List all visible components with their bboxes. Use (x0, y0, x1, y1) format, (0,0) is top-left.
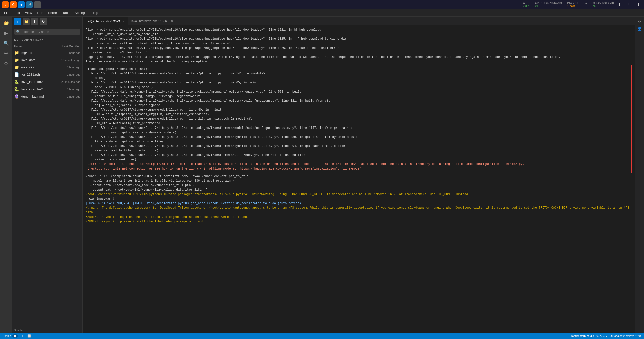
tab-terminal[interactable]: root@intern-studio-50079 ✕ (83, 17, 128, 26)
gpu-value: 0% (535, 4, 539, 7)
storage-label: 显存 0 / 40950 MiB (593, 1, 614, 5)
refresh-button[interactable]: ↻ (40, 18, 47, 25)
traceback-line: File "/root/xtuner0117/xtuner/xtuner/too… (88, 71, 630, 76)
output-line: Warning: The default cache directory for… (86, 206, 632, 215)
file-item[interactable]: 📁 work_dirs 1 hour ago (12, 64, 82, 71)
right-settings-icon[interactable]: ⚙ (636, 18, 643, 25)
breadcrumb-path[interactable]: ▶ / ... / xtuner / llava / (14, 38, 43, 42)
traceback-line: final_module = get_cached_module_file( (88, 139, 630, 144)
exception-message: The above exception was the direct cause… (86, 59, 632, 64)
tab-add-button[interactable]: + (176, 17, 184, 26)
file-name: xtuner_llava.md (21, 95, 48, 98)
right-user-icon[interactable]: 👤 (636, 25, 643, 32)
search-icon: 🔍 (16, 30, 20, 34)
file-icon: 📁 (14, 50, 19, 55)
conda-icon[interactable]: C (10, 1, 17, 8)
status-right-text: root@intern-studio-50079077: ~/tutorial/… (571, 334, 641, 338)
storage-value: 0% (593, 5, 597, 8)
traceback-line: main() (88, 76, 630, 80)
new-file-button[interactable]: + (14, 18, 21, 25)
tabs-bar: root@intern-studio-50079 ✕ llava_internl… (83, 17, 635, 26)
output-line: xtuner0.1.17 root@intern-studio-50079:~/… (86, 174, 632, 179)
activity-files-icon[interactable]: 📁 (2, 19, 11, 28)
menu-file[interactable]: File (2, 10, 11, 15)
mem-value: 1.88% (567, 5, 575, 8)
output-line: raise LocalEntryNotFoundError( (86, 50, 632, 55)
file-item[interactable]: 🔮 xtuner_llava.md 1 hour ago (12, 93, 82, 100)
file-modified: 1 hour ago (48, 95, 80, 98)
menu-kernel[interactable]: Kernel (46, 10, 60, 15)
file-modified: 10 minutes ago (48, 59, 80, 62)
sidebar-toolbar: + 📁 ⬆ ↻ (12, 17, 82, 27)
open-folder-button[interactable]: 📁 (23, 18, 30, 25)
tab-terminal-label: root@intern-studio-50079 (86, 20, 120, 23)
error-icon: ⬜ (27, 334, 31, 338)
output-scroll[interactable]: File "/root/.conda/envs/xtuner0.1.17/lib… (83, 26, 635, 333)
tab-notebook[interactable]: llava_internlm2_chat_1_8b_ ✕ (128, 17, 176, 26)
sidebar: + 📁 ⬆ ↻ 🔍 ▶ / ... / xtuner / llava / Nam… (12, 17, 83, 333)
output-line: WARNING async_io requires the dev libaio… (86, 215, 632, 219)
file-name: img4md (21, 51, 48, 55)
activity-git-icon[interactable]: ⚯ (2, 49, 11, 58)
file-icon: 🐍 (14, 87, 19, 92)
menu-tabs[interactable]: Tabs (61, 10, 71, 15)
activity-run-icon[interactable]: ▶ (2, 29, 11, 38)
file-item[interactable]: 📁 img4md 1 hour ago (12, 49, 82, 56)
storage-stat: 显存 0 / 40950 MiB 0% (593, 1, 614, 8)
traceback-line: Traceback (most recent call last): (88, 67, 630, 71)
vscode-icon[interactable]: ◈ (18, 1, 25, 8)
git-icon[interactable]: ⎇ (26, 1, 33, 8)
output-line: File "/root/.conda/envs/xtuner0.1.17/lib… (86, 46, 632, 50)
jupyter-icon[interactable]: ○ (2, 1, 9, 8)
circle-icon[interactable]: ◌ (34, 1, 41, 8)
upload-button[interactable]: ⬆ (31, 18, 38, 25)
menu-view[interactable]: View (23, 10, 34, 15)
upload-icon[interactable]: ⬆ (616, 1, 623, 8)
file-items-container: 📁 img4md 1 hour ago 📁 llava_data 10 minu… (12, 49, 82, 100)
info-icon[interactable]: ℹ (635, 1, 642, 8)
status-errors: ⬜ 0 (27, 334, 33, 338)
traceback-line: OSError: We couldn't connect to 'https:/… (88, 162, 630, 166)
tab-terminal-close[interactable]: ✕ (122, 20, 124, 23)
status-line: 1 (22, 334, 23, 337)
tab-notebook-close[interactable]: ✕ (171, 20, 173, 22)
output-line: _raise_on_head_call_error(head_call_erro… (86, 41, 632, 46)
output-line: /root/.conda/envs/xtuner0.1.17/lib/pytho… (86, 192, 632, 197)
file-item[interactable]: 🐍 llava_internlm2... 1 hour ago (12, 86, 82, 93)
post-error-lines: xtuner0.1.17 root@intern-studio-50079:~/… (86, 174, 632, 224)
traceback-line: File "/root/.conda/envs/xtuner0.1.17/lib… (88, 90, 630, 94)
cpu-value: 0.85% (523, 4, 531, 7)
menu-edit[interactable]: Edit (12, 10, 22, 15)
status-toggle[interactable]: ⬤ (12, 334, 18, 338)
pre-error-lines: File "/root/.conda/envs/xtuner0.1.17/lib… (86, 28, 632, 59)
activity-extensions-icon[interactable]: ✥ (2, 59, 11, 68)
modified-column-header: Last Modified (48, 45, 80, 48)
download-icon[interactable]: ⬇ (625, 1, 632, 8)
traceback-line: return self.build_func(cfg, *args, **kwa… (88, 94, 630, 99)
menu-help[interactable]: Help (89, 10, 100, 15)
file-item[interactable]: 📁 llava_data 10 minutes ago (12, 56, 82, 64)
file-item[interactable]: 🐍 llava_internlm2... 28 minutes ago (12, 78, 82, 86)
traceback-line: File "/root/.conda/envs/xtuner0.1.17/lib… (88, 153, 630, 157)
file-modified: 1 hour ago (48, 66, 80, 69)
topbar: ○ C ◈ ⎇ ◌ CPU 0.85% GPU-1: 50% Nvidia A1… (0, 0, 644, 9)
output-line: warnings.warn( (86, 197, 632, 201)
tab-notebook-label: llava_internlm2_chat_1_8b_ (131, 19, 168, 23)
file-name: llava_internlm2... (21, 80, 48, 84)
menu-run[interactable]: Run (35, 10, 45, 15)
cpu-stat: CPU 0.85% (523, 2, 531, 7)
search-input[interactable] (22, 30, 78, 34)
traceback-line: File "/root/xtuner0117/xtuner/xtuner/mod… (88, 108, 630, 112)
traceback-line: Checkout your internet connection or see… (88, 166, 630, 171)
sidebar-status-text: Simple (14, 329, 23, 332)
system-stats: CPU 0.85% GPU-1: 50% Nvidia A100 0% 内存 2… (523, 1, 614, 8)
menu-settings[interactable]: Settings (72, 10, 88, 15)
traceback-line: resolved_module_file = cached_file( (88, 148, 630, 153)
editor-area: root@intern-studio-50079 ✕ llava_internl… (83, 17, 635, 333)
file-item[interactable]: 📄 iter_2181.pth 1 hour ago (12, 71, 82, 78)
activity-search-icon[interactable]: 🔍 (2, 39, 11, 48)
file-modified: 1 hour ago (48, 51, 80, 54)
top-action-icons: ⬆ ⬇ ℹ (616, 1, 642, 8)
file-name: llava_internlm2... (21, 87, 48, 91)
traceback-line: File "/root/xtuner0117/xtuner/xtuner/too… (88, 80, 630, 85)
